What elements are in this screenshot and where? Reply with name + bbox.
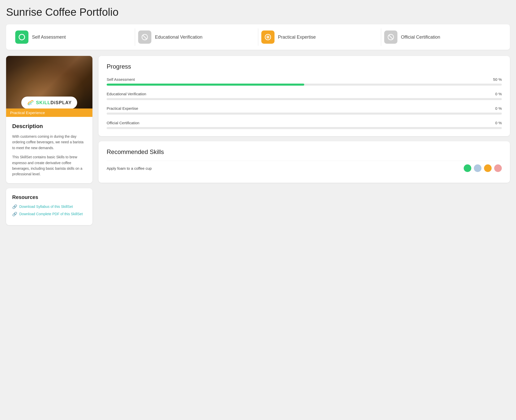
progress-label-ev: Educational Verification bbox=[107, 92, 146, 96]
educational-verification-label: Educational Verification bbox=[155, 35, 202, 40]
progress-label-pe: Practical Expertise bbox=[107, 106, 138, 111]
progress-item-ed-verification: Educational Verification 0 % bbox=[107, 92, 502, 100]
practical-expertise-icon bbox=[261, 30, 275, 44]
resources-card: Resources 🔗 Download Syllabus of this Sk… bbox=[6, 188, 92, 225]
download-syllabus-link[interactable]: 🔗 Download Syllabus of this SkillSet bbox=[12, 204, 86, 209]
progress-bar-bg-oc bbox=[107, 127, 502, 129]
skill-row: Apply foam to a coffee cup bbox=[107, 161, 502, 176]
svg-point-0 bbox=[19, 34, 25, 40]
download-syllabus-label: Download Syllabus of this SkillSet bbox=[19, 205, 73, 209]
progress-bar-bg-sa bbox=[107, 84, 502, 86]
official-certification-icon bbox=[384, 30, 397, 44]
svg-point-4 bbox=[266, 36, 269, 39]
description-para-1: With customers coming in during the day … bbox=[12, 134, 86, 151]
skilldisplay-badge: SKiLLDiSPLAY bbox=[21, 97, 77, 109]
progress-bar-bg-ev bbox=[107, 98, 502, 100]
progress-item-self-assessment: Self Assessment 50 % bbox=[107, 77, 502, 86]
progress-label-sa: Self Assessment bbox=[107, 77, 135, 82]
progress-item-practical-expertise: Practical Expertise 0 % bbox=[107, 106, 502, 115]
description-card: SKiLLDiSPLAY Practical Experience Descri… bbox=[6, 56, 92, 183]
description-para-2: This SkillSet contains basic Skills to b… bbox=[12, 154, 86, 177]
progress-bar-bg-pe bbox=[107, 113, 502, 115]
svg-line-2 bbox=[143, 35, 147, 39]
self-assessment-label: Self Assessment bbox=[32, 35, 66, 40]
status-bar: Self Assessment Educational Verification… bbox=[6, 24, 510, 50]
link-icon-1: 🔗 bbox=[12, 204, 17, 209]
status-item-self-assessment[interactable]: Self Assessment bbox=[12, 28, 135, 46]
resources-title: Resources bbox=[12, 194, 86, 200]
skill-dot-lightblue bbox=[474, 164, 481, 172]
progress-bar-fill-sa bbox=[107, 84, 304, 86]
practical-expertise-label: Practical Expertise bbox=[278, 35, 316, 40]
official-certification-label: Official Certification bbox=[401, 35, 440, 40]
main-content: SKiLLDiSPLAY Practical Experience Descri… bbox=[6, 56, 510, 225]
skill-name: Apply foam to a coffee cup bbox=[107, 166, 152, 170]
progress-item-official-cert: Official Certification 0 % bbox=[107, 121, 502, 129]
skill-dots bbox=[464, 164, 502, 172]
progress-pct-oc: 0 % bbox=[495, 121, 502, 125]
status-item-educational-verification[interactable]: Educational Verification bbox=[135, 28, 258, 46]
link-icon-2: 🔗 bbox=[12, 212, 17, 216]
status-item-official-certification[interactable]: Official Certification bbox=[381, 28, 504, 46]
download-pdf-label: Download Complete PDF of this SkillSet bbox=[19, 212, 83, 216]
skills-title: Recommended Skills bbox=[107, 148, 502, 155]
card-body: Description With customers coming in dur… bbox=[6, 117, 92, 183]
educational-verification-icon bbox=[138, 30, 151, 44]
svg-line-6 bbox=[389, 35, 393, 39]
practical-experience-overlay: Practical Experience bbox=[6, 108, 92, 117]
skill-dot-yellow bbox=[484, 164, 492, 172]
self-assessment-icon bbox=[15, 30, 28, 44]
download-pdf-link[interactable]: 🔗 Download Complete PDF of this SkillSet bbox=[12, 212, 86, 216]
progress-card: Progress Self Assessment 50 % Educationa… bbox=[99, 56, 510, 136]
card-image-wrapper: SKiLLDiSPLAY Practical Experience bbox=[6, 56, 92, 117]
page-title: Sunrise Coffee Portfolio bbox=[6, 6, 510, 18]
sd-logo-text: SKiLLDiSPLAY bbox=[36, 100, 72, 105]
progress-pct-ev: 0 % bbox=[495, 92, 502, 96]
status-item-practical-expertise[interactable]: Practical Expertise bbox=[258, 28, 381, 46]
skill-dot-green bbox=[464, 164, 471, 172]
left-column: SKiLLDiSPLAY Practical Experience Descri… bbox=[6, 56, 92, 225]
progress-pct-sa: 50 % bbox=[493, 77, 502, 82]
progress-title: Progress bbox=[107, 63, 502, 70]
right-column: Progress Self Assessment 50 % Educationa… bbox=[99, 56, 510, 183]
description-title: Description bbox=[12, 123, 86, 130]
card-image: SKiLLDiSPLAY bbox=[6, 56, 92, 117]
progress-label-oc: Official Certification bbox=[107, 121, 139, 125]
skill-dot-pink bbox=[494, 164, 502, 172]
recommended-skills-card: Recommended Skills Apply foam to a coffe… bbox=[99, 141, 510, 183]
progress-pct-pe: 0 % bbox=[495, 106, 502, 111]
